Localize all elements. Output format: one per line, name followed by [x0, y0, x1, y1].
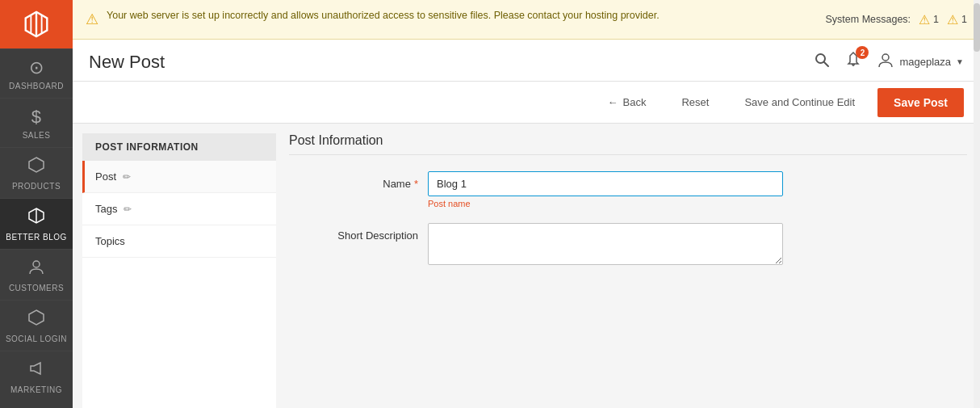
short-description-label: Short Description	[289, 223, 418, 242]
panel-item-label: Post	[95, 170, 116, 183]
sidebar-item-label: BETTER BLOG	[6, 233, 67, 242]
search-button[interactable]	[814, 52, 830, 72]
sidebar-item-better-blog[interactable]: BETTER BLOG	[0, 198, 73, 249]
back-button[interactable]: ← Back	[595, 90, 660, 115]
edit-icon-post: ✏	[123, 171, 131, 183]
form-row-name: Name* Post name	[289, 171, 967, 208]
msg-count-2: 1	[961, 14, 967, 25]
sys-msg-badge-1[interactable]: ⚠ 1	[919, 12, 939, 27]
name-label: Name*	[289, 171, 418, 190]
chevron-down-icon: ▼	[956, 57, 964, 66]
sidebar-item-label: SALES	[23, 131, 51, 141]
sidebar-item-label: CUSTOMERS	[9, 284, 64, 293]
sidebar-logo[interactable]	[0, 0, 73, 48]
main-content: ⚠ Your web server is set up incorrectly …	[73, 0, 980, 408]
customers-icon	[27, 258, 45, 280]
sidebar-item-social-login[interactable]: SOCIAL LOGIN	[0, 300, 73, 351]
reset-button[interactable]: Reset	[668, 90, 722, 115]
user-name: mageplaza	[899, 56, 951, 68]
sidebar-item-dashboard[interactable]: ⊙ DASHBOARD	[0, 48, 73, 98]
short-description-wrap	[428, 223, 783, 267]
notification-count: 2	[856, 46, 869, 59]
marketing-icon	[27, 360, 45, 382]
back-arrow-icon: ←	[608, 96, 618, 108]
panel-item-label: Topics	[95, 235, 125, 247]
svg-point-3	[33, 261, 40, 267]
save-continue-label: Save and Continue Edit	[744, 96, 855, 108]
save-post-button[interactable]: Save Post	[877, 88, 964, 117]
content-area: POST INFORMATION Post ✏ Tags ✏ Topics Po…	[73, 124, 980, 408]
svg-point-9	[882, 54, 889, 61]
dashboard-icon: ⊙	[29, 57, 44, 78]
form-divider	[289, 154, 967, 155]
svg-line-6	[824, 62, 828, 66]
save-post-label: Save Post	[894, 96, 948, 109]
reset-label: Reset	[681, 96, 709, 108]
back-label: Back	[623, 96, 647, 108]
sidebar-item-label: MARKETING	[10, 385, 62, 395]
panel-item-tags[interactable]: Tags ✏	[82, 193, 276, 225]
sidebar-item-label: PRODUCTS	[12, 182, 61, 191]
right-form: Post Information Name* Post name Short D…	[276, 124, 980, 408]
warning-icon-2: ⚠	[947, 12, 958, 27]
system-messages: System Messages: ⚠ 1 ⚠ 1	[826, 12, 968, 27]
products-icon	[27, 156, 45, 179]
name-field-wrap: Post name	[428, 171, 783, 208]
sidebar-item-products[interactable]: PRODUCTS	[0, 147, 73, 198]
form-section-title: Post Information	[289, 133, 967, 148]
panel-item-post[interactable]: Post ✏	[82, 161, 276, 193]
user-avatar-icon	[877, 51, 894, 73]
panel-item-label: Tags	[95, 203, 117, 215]
notifications-button[interactable]: 2	[844, 51, 862, 73]
panel-item-topics[interactable]: Topics	[82, 225, 276, 258]
warning-message: Your web server is set up incorrectly an…	[107, 8, 660, 23]
page-header: New Post 2	[73, 40, 980, 82]
msg-count-1: 1	[933, 14, 939, 25]
page-title: New Post	[89, 52, 165, 73]
warning-icon-1: ⚠	[919, 12, 930, 27]
name-input[interactable]	[428, 171, 783, 196]
sidebar-item-marketing[interactable]: MARKETING	[0, 351, 73, 402]
edit-icon-tags: ✏	[124, 204, 132, 215]
sidebar: ⊙ DASHBOARD $ SALES PRODUCTS BETTER BLOG	[0, 0, 73, 408]
header-actions: 2 mageplaza ▼	[814, 51, 964, 73]
required-star: *	[414, 178, 418, 190]
better-blog-icon	[27, 207, 45, 229]
warning-banner: ⚠ Your web server is set up incorrectly …	[73, 0, 980, 40]
form-row-short-description: Short Description	[289, 223, 967, 267]
warning-text-area: ⚠ Your web server is set up incorrectly …	[86, 8, 826, 31]
panel-header: POST INFORMATION	[82, 133, 276, 161]
save-continue-button[interactable]: Save and Continue Edit	[731, 90, 868, 115]
sidebar-item-label: SOCIAL LOGIN	[6, 334, 67, 344]
sidebar-item-sales[interactable]: $ SALES	[0, 98, 73, 147]
toolbar: ← Back Reset Save and Continue Edit Save…	[73, 82, 980, 124]
scrollbar-track[interactable]	[974, 0, 980, 408]
sidebar-item-label: DASHBOARD	[9, 82, 64, 91]
sys-msg-badge-2[interactable]: ⚠ 1	[947, 12, 967, 27]
short-description-input[interactable]	[428, 223, 783, 265]
name-hint: Post name	[428, 199, 783, 208]
user-menu[interactable]: mageplaza ▼	[877, 51, 964, 73]
system-messages-label: System Messages:	[826, 14, 911, 25]
svg-marker-4	[29, 310, 44, 325]
social-login-icon	[27, 309, 45, 331]
scrollbar-thumb[interactable]	[974, 3, 980, 52]
sidebar-item-customers[interactable]: CUSTOMERS	[0, 249, 73, 300]
warning-icon: ⚠	[86, 9, 98, 31]
left-panel: POST INFORMATION Post ✏ Tags ✏ Topics	[82, 133, 276, 408]
svg-marker-0	[29, 158, 44, 172]
sales-icon: $	[31, 107, 42, 128]
